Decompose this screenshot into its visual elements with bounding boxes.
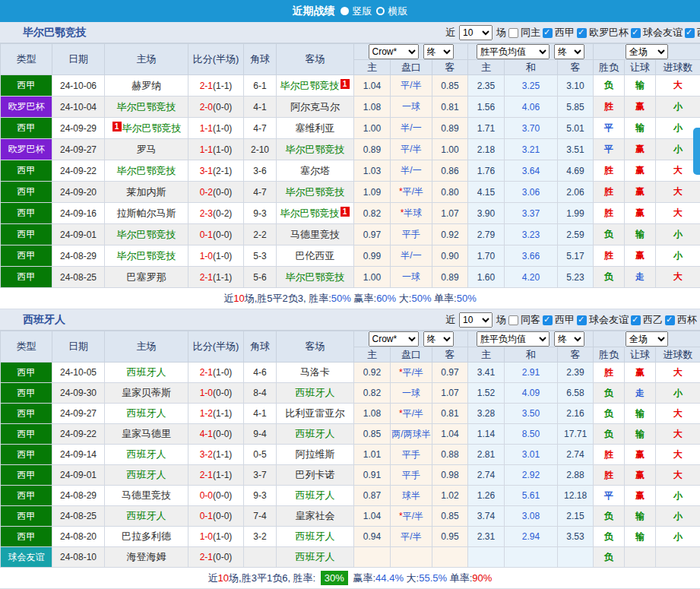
away-water-odds: 0.81 — [432, 97, 468, 118]
league-checkbox[interactable] — [685, 28, 695, 38]
summary-segment: 赢率: — [351, 292, 376, 306]
league-badge: 欧罗巴杯 — [1, 139, 52, 160]
odds-company-select[interactable]: Crow* — [369, 331, 419, 347]
league-checkbox-label: 西杯 — [697, 26, 700, 40]
goals-result: 大 — [656, 363, 700, 383]
match-count-select[interactable]: 10 — [459, 312, 493, 328]
odds-time-select[interactable]: 终 — [423, 331, 454, 347]
league-badge: 西甲 — [1, 118, 52, 139]
home-water-odds: 0.82 — [354, 383, 391, 404]
league-checkbox[interactable] — [543, 28, 553, 38]
corner-score: 4-7 — [244, 182, 277, 203]
home-team: 巴拉多利德 — [105, 527, 188, 547]
handicap-result: 输 — [625, 224, 656, 245]
league-checkbox[interactable] — [577, 28, 587, 38]
odds-company-select[interactable]: Crow* — [369, 44, 419, 59]
handicap-cell: *平/半 — [391, 404, 432, 424]
scrollbar-thumb[interactable] — [693, 128, 700, 175]
league-badge: 西甲 — [1, 224, 52, 245]
home-team-name: 西班牙人 — [127, 407, 166, 419]
away-team: 塞尔塔 — [277, 160, 354, 182]
away-water-odds: 1.02 — [432, 486, 468, 506]
league-checkbox[interactable] — [665, 315, 675, 325]
sub-column-header: 主 — [354, 60, 391, 75]
summary-segment: 50% — [457, 293, 477, 304]
halftime-score: (0-0) — [213, 102, 232, 112]
table-row: 西甲24-08-25巴塞罗那2-1(1-1)5-6毕尔巴鄂竞技1.00一球0.8… — [1, 267, 700, 288]
corner-score: 8-4 — [244, 383, 277, 404]
summary-segment: 50% — [411, 293, 431, 304]
goals-result: 小 — [656, 506, 700, 527]
away-water-odds: 0.95 — [432, 527, 468, 547]
home-team-name: 拉斯帕尔马斯 — [117, 207, 176, 219]
goals-result: 小 — [656, 245, 700, 267]
match-date: 24-08-29 — [52, 245, 105, 267]
fulltime-score: 2-1 — [200, 81, 213, 91]
sub-column-header: 主 — [354, 347, 391, 363]
avg-draw-odds: 2.91 — [505, 363, 558, 383]
sub-column-header: 和 — [505, 60, 558, 75]
match-result: 负 — [594, 75, 625, 97]
avg-time-select[interactable]: 终 — [554, 44, 584, 59]
fulltime-score: 2-1 — [200, 367, 213, 378]
avg-time-select[interactable]: 终 — [554, 331, 584, 347]
match-count-select[interactable]: 10 — [459, 25, 493, 40]
league-checkbox[interactable] — [631, 315, 641, 325]
table-row: 西甲24-08-20巴拉多利德1-0(1-0)3-2西班牙人0.94平/半0.9… — [1, 527, 700, 547]
handicap-result: 赢 — [625, 160, 656, 182]
away-team-name: 阿尔克马尔 — [290, 101, 340, 112]
league-checkbox[interactable] — [577, 315, 587, 325]
avg-home-odds: 4.15 — [468, 182, 505, 203]
goals-result: 小 — [656, 224, 700, 245]
match-scope-select[interactable]: 全场 — [626, 331, 668, 347]
home-team-name: 皇家马德里 — [122, 428, 171, 439]
column-header: 客场 — [277, 44, 354, 75]
halftime-score: (0-0) — [213, 490, 232, 501]
avg-type-select[interactable]: 胜平负均值 — [477, 331, 550, 347]
home-water-odds: 0.82 — [354, 203, 391, 224]
column-header: 角球 — [244, 44, 277, 75]
match-date: 24-08-29 — [52, 486, 105, 506]
fulltime-score: 1-0 — [200, 251, 213, 261]
table-row: 西甲24-08-25西班牙人0-1(0-0)7-4皇家社会1.04*平/半0.8… — [1, 506, 700, 527]
avg-draw-odds: 3.01 — [505, 445, 558, 465]
same-venue-checkbox[interactable] — [508, 28, 518, 38]
vertical-radio-label[interactable]: 竖版 — [353, 5, 372, 18]
sections-container: 毕尔巴鄂竞技近10场同主西甲欧罗巴杯球会友谊西杯类型日期主场比分(半场)角球客场… — [0, 22, 700, 589]
odds-time-select[interactable]: 终 — [423, 44, 454, 59]
halftime-score: (1-1) — [213, 272, 232, 283]
horizontal-radio-label[interactable]: 横版 — [388, 5, 408, 18]
summary-segment: 90% — [472, 572, 492, 584]
vertical-radio[interactable] — [340, 7, 349, 15]
avg-home-odds — [468, 547, 505, 568]
sub-column-header: 盘口 — [391, 347, 432, 363]
score: 2-1(1-1) — [188, 465, 244, 486]
league-badge: 西甲 — [1, 160, 52, 182]
same-venue-checkbox[interactable] — [508, 315, 518, 325]
horizontal-radio[interactable] — [376, 7, 385, 15]
avg-away-odds: 2.59 — [558, 224, 594, 245]
sub-column-header: 胜负 — [594, 60, 625, 75]
home-water-odds: 0.97 — [354, 224, 391, 245]
handicap-result: 输 — [625, 424, 656, 445]
avg-type-select[interactable]: 胜平负均值 — [477, 44, 550, 59]
avg-away-odds: 5.23 — [558, 267, 594, 288]
column-header: 类型 — [1, 44, 52, 75]
match-scope-select[interactable]: 全场 — [626, 44, 668, 59]
handicap-name: 平/半 — [403, 186, 423, 197]
match-result: 胜 — [594, 363, 625, 383]
handicap-result: 赢 — [625, 139, 656, 160]
avg-home-odds: 3.41 — [468, 363, 505, 383]
corner-score: 4-7 — [244, 118, 277, 139]
match-date: 24-09-16 — [52, 203, 105, 224]
home-team: 赫罗纳 — [105, 75, 188, 97]
halftime-score: (1-0) — [213, 251, 232, 261]
home-water-odds: 0.94 — [354, 527, 391, 547]
league-checkbox[interactable] — [631, 28, 641, 38]
home-team-name: 毕尔巴鄂竞技 — [117, 165, 176, 176]
match-date: 24-09-01 — [52, 465, 105, 486]
sub-column-header: 主 — [468, 60, 505, 75]
league-checkbox[interactable] — [543, 315, 553, 325]
handicap-name: 平手 — [402, 470, 420, 480]
league-badge: 西甲 — [1, 267, 52, 288]
